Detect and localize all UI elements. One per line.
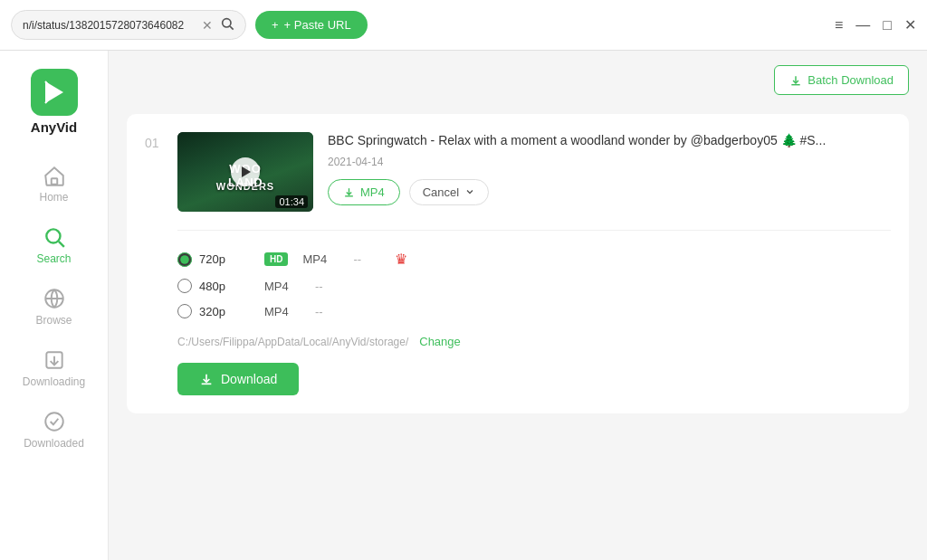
sidebar-item-downloading-label: Downloading [23, 375, 85, 388]
sidebar-item-search[interactable]: Search [0, 214, 108, 276]
quality-720p-name: 720p [199, 252, 225, 266]
main-layout: AnyVid Home Search B [0, 51, 927, 560]
quality-320p-name: 320p [199, 305, 225, 318]
svg-rect-3 [51, 178, 57, 185]
video-number: 01 [145, 132, 163, 150]
quality-480p-format: MP4 [264, 280, 301, 293]
quality-480p-radio[interactable] [177, 279, 192, 293]
svg-point-0 [223, 19, 231, 27]
menu-icon[interactable]: ≡ [835, 17, 843, 33]
svg-line-5 [58, 242, 63, 247]
video-duration: 01:34 [275, 195, 308, 208]
storage-path-text: C:/Users/Filippa/AppData/Local/AnyVid/st… [177, 336, 408, 348]
play-button-overlay[interactable] [231, 157, 260, 186]
sidebar-item-search-label: Search [36, 252, 71, 265]
mp4-button-label: MP4 [360, 185, 385, 199]
quality-720p-format: MP4 [302, 252, 339, 266]
sidebar-item-downloaded-label: Downloaded [24, 437, 84, 450]
video-header: 01 WOO LAND WONDERS 01:34 BBC Springwatc… [145, 132, 891, 212]
sidebar-item-downloading[interactable]: Downloading [0, 337, 108, 399]
quality-320p-format: MP4 [264, 305, 301, 318]
download-button[interactable]: Download [177, 363, 299, 395]
premium-icon: ♛ [395, 251, 407, 268]
change-path-button[interactable]: Change [419, 335, 461, 348]
video-card: 01 WOO LAND WONDERS 01:34 BBC Springwatc… [127, 114, 909, 413]
close-icon[interactable]: ✕ [904, 16, 916, 33]
sidebar-item-browse[interactable]: Browse [0, 276, 108, 337]
quality-480p-label[interactable]: 480p [177, 279, 250, 293]
download-button-label: Download [221, 372, 277, 386]
maximize-icon[interactable]: □ [883, 17, 892, 33]
quality-320p-size: -- [315, 305, 342, 318]
video-actions: MP4 Cancel [328, 179, 891, 205]
minimize-icon[interactable]: — [855, 17, 870, 33]
batch-download-button[interactable]: Batch Download [774, 65, 909, 95]
quality-row-720p: 720p HD MP4 -- ♛ [177, 245, 891, 273]
video-info: BBC Springwatch - Relax with a moment a … [328, 132, 891, 205]
video-date: 2021-04-14 [328, 156, 891, 168]
paste-url-plus-icon: + [272, 18, 279, 32]
quality-720p-size: -- [353, 252, 380, 266]
quality-options: 720p HD MP4 -- ♛ 480p MP4 -- [177, 230, 891, 324]
quality-320p-label[interactable]: 320p [177, 304, 250, 318]
quality-720p-radio[interactable] [177, 252, 192, 267]
sidebar-item-home[interactable]: Home [0, 153, 108, 214]
url-clear-button[interactable]: ✕ [202, 18, 213, 33]
svg-point-10 [45, 413, 63, 431]
app-logo [31, 69, 78, 116]
url-search-button[interactable] [220, 16, 234, 33]
title-bar: n/i/status/1382015728073646082 ✕ + + Pas… [0, 0, 927, 51]
quality-720p-label[interactable]: 720p [177, 252, 250, 267]
url-text: n/i/status/1382015728073646082 [23, 19, 195, 32]
storage-path-row: C:/Users/Filippa/AppData/Local/AnyVid/st… [177, 335, 891, 348]
video-title: BBC Springwatch - Relax with a moment a … [328, 132, 891, 150]
cancel-button-label: Cancel [423, 185, 459, 199]
quality-320p-radio[interactable] [177, 304, 192, 318]
app-name: AnyVid [31, 119, 77, 135]
sidebar-item-browse-label: Browse [35, 314, 72, 327]
url-bar: n/i/status/1382015728073646082 ✕ [11, 10, 246, 40]
quality-480p-name: 480p [199, 280, 225, 293]
svg-point-4 [46, 229, 60, 242]
paste-url-button[interactable]: + + Paste URL [255, 11, 368, 39]
mp4-button[interactable]: MP4 [328, 179, 400, 205]
sidebar: AnyVid Home Search B [0, 51, 109, 560]
sidebar-item-home-label: Home [39, 191, 68, 204]
logo-area: AnyVid [31, 60, 78, 153]
window-controls: ≡ — □ ✕ [835, 16, 916, 33]
quality-480p-size: -- [315, 280, 342, 293]
quality-row-480p: 480p MP4 -- [177, 273, 891, 299]
cancel-button[interactable]: Cancel [409, 179, 489, 205]
quality-row-320p: 320p MP4 -- [177, 299, 891, 324]
hd-badge: HD [264, 252, 288, 266]
svg-line-1 [230, 26, 234, 30]
content-area: Batch Download 01 WOO LAND WONDERS 01:3 [109, 51, 927, 560]
batch-download-label: Batch Download [808, 73, 894, 87]
paste-url-label: + Paste URL [284, 18, 351, 32]
video-thumbnail: WOO LAND WONDERS 01:34 [177, 132, 313, 212]
sidebar-item-downloaded[interactable]: Downloaded [0, 399, 108, 460]
